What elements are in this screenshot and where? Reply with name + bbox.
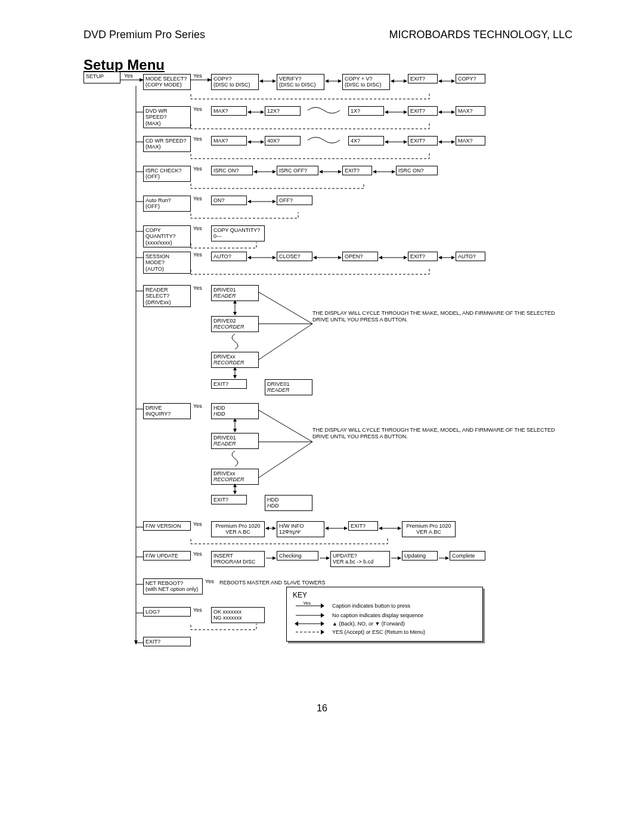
option-arrows bbox=[83, 72, 501, 572]
header-right: MICROBOARDS TECHNOLOGY, LLC bbox=[389, 29, 572, 41]
header-left: DVD Premium Pro Series bbox=[83, 29, 205, 41]
page-number: 16 bbox=[317, 703, 327, 714]
page-title: Setup Menu bbox=[83, 57, 165, 73]
